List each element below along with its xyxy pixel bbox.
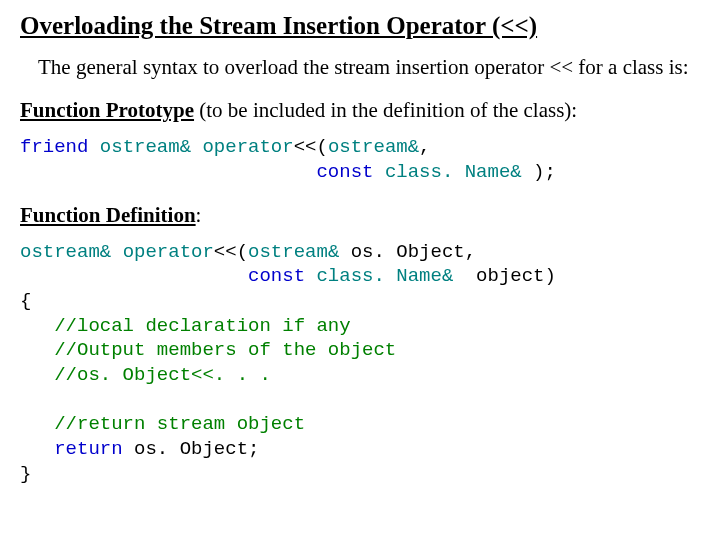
ret-indent [20,438,54,460]
kw-friend: friend [20,136,100,158]
proto-tail: ); [522,161,556,183]
def-const: const [248,265,316,287]
comma: , [419,136,430,158]
prototype-code: friend ostream& operator<<(ostream&, con… [20,135,700,184]
kw-const: const [316,161,384,183]
type-ostream-2: ostream& [328,136,419,158]
comment-4: //return stream object [20,413,305,435]
page-title: Overloading the Stream Insertion Operato… [20,12,700,40]
prototype-note: (to be included in the definition of the… [194,98,577,122]
proto-indent [20,161,316,183]
operator-token: operator [202,136,293,158]
op-open: <<( [294,136,328,158]
definition-label: Function Definition [20,203,196,227]
type-ostream: ostream& [100,136,203,158]
prototype-label: Function Prototype [20,98,194,122]
definition-heading: Function Definition: [20,203,700,228]
class-name: class. Name& [385,161,522,183]
brace-open: { [20,290,31,312]
def-os1: os. Object, [339,241,476,263]
comment-3: //os. Object<<. . . [20,364,271,386]
comment-1: //local declaration if any [20,315,351,337]
prototype-heading: Function Prototype (to be included in th… [20,98,700,123]
comment-2: //Output members of the object [20,339,396,361]
intro-text: The general syntax to overload the strea… [38,54,700,80]
def-indent [20,265,248,287]
def-class-name: class. Name& [316,265,453,287]
definition-colon: : [196,203,202,227]
def-ostream: ostream& [20,241,123,263]
ret-tail: os. Object; [123,438,260,460]
brace-close: } [20,463,31,485]
def-op-open: <<( [214,241,248,263]
definition-code: ostream& operator<<(ostream& os. Object,… [20,240,700,487]
kw-return: return [54,438,122,460]
def-ostream-2: ostream& [248,241,339,263]
def-operator: operator [123,241,214,263]
def-obj: object) [453,265,556,287]
